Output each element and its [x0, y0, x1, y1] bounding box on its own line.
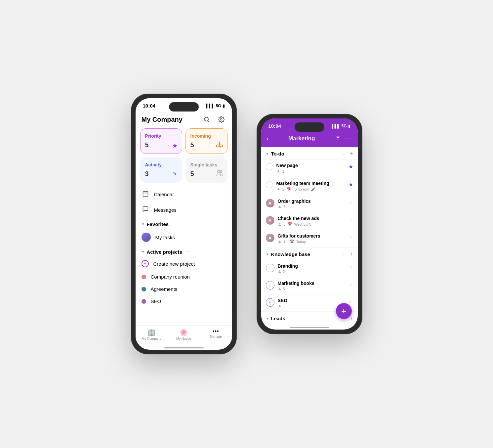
filter-icon[interactable] [335, 135, 341, 142]
svg-point-16 [279, 205, 280, 207]
back-button[interactable]: ‹ [267, 135, 268, 142]
my-tasks-nav[interactable]: My tasks [136, 229, 232, 246]
kb-branding-content: Branding 2 [278, 263, 345, 274]
kb-branding-star[interactable]: ☆ [349, 264, 353, 270]
header-action-icons: ··· [335, 135, 352, 142]
calendar-nav[interactable]: Calendar [136, 187, 232, 202]
kb-books-count: 5 [283, 287, 285, 291]
kb-marketing-books[interactable]: + Marketing books 5 ☆ [261, 277, 358, 294]
settings-icon-1[interactable] [216, 114, 226, 124]
kb-seo-star[interactable]: ☆ [349, 298, 353, 305]
tab-my-nozbe[interactable]: 🌸 My Nozbe [168, 328, 200, 340]
create-project-plus-icon: + [142, 260, 149, 267]
activity-card[interactable]: Activity 3 [140, 157, 182, 183]
task-meta-gifts-count: 10 [284, 240, 288, 244]
task-content-ads: Check the new ads 3 📅 Wed, Jul 3 [278, 216, 345, 226]
manage-tab-label: Manage [210, 335, 222, 338]
task-new-page[interactable]: New page 1 ★ [261, 159, 358, 177]
kb-branding[interactable]: + Branding 2 ☆ [261, 260, 358, 277]
task-meta-person-icon [276, 187, 280, 192]
kb-books-plus-icon: + [266, 281, 274, 290]
todo-section-header: ▼ To-do ··· + [261, 147, 358, 159]
task-check-ads[interactable]: A Check the new ads 3 📅 Wed, Jul 3 ☆ [261, 212, 358, 230]
task-order-graphics[interactable]: A Order graphics 3 ☆ [261, 195, 358, 212]
task-meta-ads-count: 3 [284, 222, 286, 226]
leads-chevron: ▼ [266, 317, 269, 320]
task-checkbox-meeting[interactable] [266, 181, 273, 188]
phone-1-screen: 10:04 ▌▌▌ 5G ▮ My Company [136, 98, 232, 350]
task-meta-meeting-count: 1 [282, 187, 284, 191]
messages-nav[interactable]: Messages [136, 202, 232, 218]
kb-books-meta: 5 [278, 287, 345, 291]
network-icon-1: 5G [216, 104, 221, 108]
single-tasks-card[interactable]: Single tasks 5 [185, 157, 227, 183]
incoming-label: Incoming [190, 133, 223, 139]
task-title-meeting: Marketing team meeting [276, 181, 345, 186]
phone-2-screen: 10:04 ▌▌▌ 5G ▮ ‹ Marketing ··· [261, 118, 358, 330]
fab-button-2[interactable]: + [336, 303, 352, 319]
svg-point-19 [279, 270, 280, 272]
status-icons-1: ▌▌▌ 5G ▮ [206, 104, 225, 108]
agreements-project[interactable]: Agreements [136, 283, 232, 295]
company-reunion-dot [142, 275, 146, 279]
svg-point-18 [279, 241, 280, 242]
task-star-order[interactable]: ☆ [349, 199, 353, 205]
incoming-card[interactable]: Incoming 5 [185, 128, 227, 154]
svg-point-21 [279, 305, 280, 306]
tab-bar-1: 🏢 My Company 🌸 My Nozbe ••• Manage [136, 325, 232, 344]
priority-card[interactable]: Priority 5 ★ [140, 128, 182, 154]
kb-branding-plus-icon: + [266, 264, 274, 272]
task-title-order: Order graphics [278, 199, 345, 204]
favorites-section-header: ▼ Favorites ··· [136, 218, 232, 229]
task-star-ads[interactable]: ☆ [349, 216, 353, 223]
task-gifts[interactable]: A Gifts for customers 10 📅 Today ☆ [261, 230, 358, 247]
kb-books-content: Marketing books 5 [278, 281, 345, 291]
status-time-1: 10:04 [143, 103, 155, 109]
tab-manage[interactable]: ••• Manage [200, 328, 232, 340]
task-checkbox-new-page[interactable] [266, 163, 273, 170]
priority-icon: ★ [172, 142, 178, 150]
task-meta-meeting-date: Tomorrow [293, 187, 309, 191]
agreements-dot [142, 287, 146, 291]
todo-more-icon[interactable]: ··· [343, 151, 347, 157]
kb-books-star[interactable]: ☆ [349, 281, 353, 288]
favorites-more-icon[interactable]: ··· [172, 221, 176, 227]
task-meta-cal-icon: 📅 [286, 187, 291, 192]
kb-more-icon[interactable]: ··· [343, 252, 347, 257]
create-new-project[interactable]: + Create new project [136, 257, 232, 271]
active-projects-title: Active projects [146, 249, 182, 255]
home-indicator-2 [290, 327, 329, 328]
single-tasks-label: Single tasks [190, 162, 223, 167]
my-company-tab-icon: 🏢 [147, 328, 156, 336]
tab-my-company[interactable]: 🏢 My Company [136, 328, 168, 340]
my-nozbe-tab-label: My Nozbe [176, 337, 191, 340]
app-header-1: My Company [136, 111, 232, 128]
task-star-meeting[interactable]: ★ [349, 181, 353, 188]
marketing-header: ‹ Marketing ··· [261, 131, 358, 147]
task-star-new-page[interactable]: ★ [349, 163, 353, 170]
task-avatar-gifts: A [266, 234, 274, 242]
projects-more-icon[interactable]: ··· [185, 249, 190, 255]
task-meta-meeting: 1 📅 Tomorrow 🎤 [276, 187, 345, 192]
home-indicator-1 [164, 347, 204, 348]
kb-add-icon[interactable]: + [349, 251, 353, 258]
search-icon-1[interactable] [202, 114, 212, 124]
single-tasks-icon [216, 169, 223, 178]
kb-section-header: ▼ Knowledge base ··· + [261, 247, 358, 260]
svg-point-15 [278, 188, 279, 189]
task-star-gifts[interactable]: ☆ [349, 234, 353, 240]
task-meta-ads-date: Wed, Jul 3 [294, 222, 311, 226]
task-avatar-order: A [266, 199, 274, 207]
kb-seo-meta: 1 [278, 304, 345, 308]
signal-icon-1: ▌▌▌ [206, 104, 215, 108]
company-reunion-label: Company reunion [151, 274, 190, 280]
seo-label: SEO [151, 298, 161, 304]
seo-project[interactable]: SEO [136, 295, 232, 307]
calendar-icon [142, 190, 149, 199]
company-reunion-project[interactable]: Company reunion [136, 271, 232, 283]
seo-dot [142, 299, 146, 304]
todo-add-icon[interactable]: + [349, 150, 353, 157]
more-icon[interactable]: ··· [345, 135, 352, 142]
task-marketing-meeting[interactable]: Marketing team meeting 1 📅 Tomorrow 🎤 ★ [261, 177, 358, 195]
my-tasks-avatar [142, 233, 151, 242]
